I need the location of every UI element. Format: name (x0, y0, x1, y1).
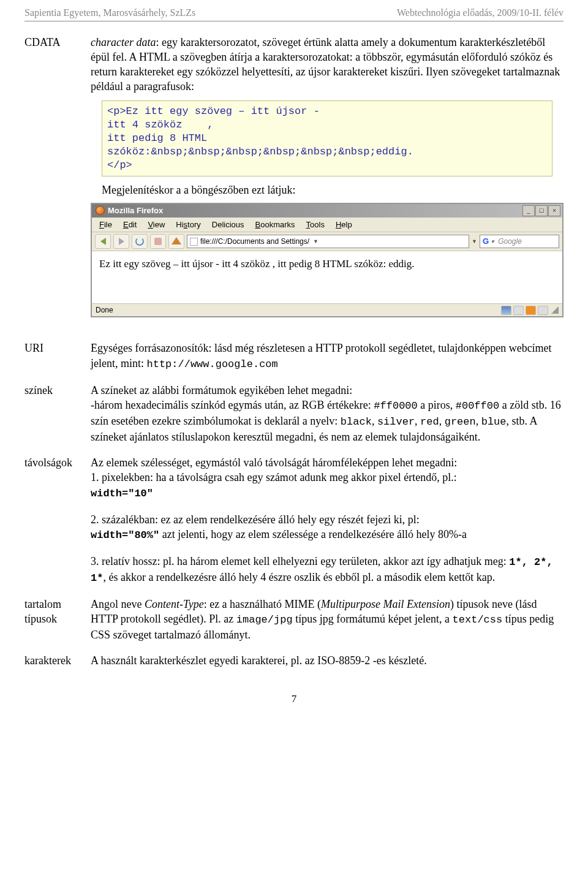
url-text: file:///C:/Documents and Settings/ (200, 237, 309, 246)
body-tavolsagok: Az elemek szélességet, egymástól való tá… (91, 455, 564, 586)
body-uri: Egységes forrásazonosítók: lásd még rész… (91, 341, 564, 371)
code-sample: <p>Ez itt egy szöveg – itt újsor - itt 4… (102, 100, 552, 176)
firefox-window: Mozilla Firefox _ □ × File Edit View His… (91, 203, 564, 318)
minimize-button[interactable]: _ (522, 205, 535, 216)
tart-i2: Multipurpose Mail Extension (321, 598, 450, 610)
menu-delicious[interactable]: Delicious (207, 219, 249, 231)
search-placeholder: Google (498, 237, 522, 246)
szinek-c5: red (420, 416, 439, 428)
szinek-c1: #ff0000 (374, 400, 417, 412)
szinek-c7: blue (481, 416, 507, 428)
term-cdata: CDATA (24, 35, 91, 324)
tav-li2a: 2. százalékban: ez az elem rendelkezésér… (91, 513, 420, 526)
term-szinek: színek (24, 383, 91, 444)
maximize-button[interactable]: □ (535, 205, 548, 216)
header-left: Sapientia Egyetem, Marosvásárhely, SzLZs (24, 6, 195, 20)
menu-file[interactable]: File (94, 219, 117, 231)
page-icon (190, 238, 198, 246)
body-szinek: A színeket az alábbi formátumok egyikébe… (91, 383, 564, 444)
feed-icon[interactable] (526, 306, 536, 315)
page-content: Ez itt egy szöveg – itt újsor - itt 4 sz… (92, 251, 562, 304)
url-bar[interactable]: file:///C:/Documents and Settings/ ▼ (187, 235, 469, 248)
tart-a: Angol neve (91, 598, 145, 610)
tav-p1: Az elemek szélességet, egymástól való tá… (91, 456, 457, 469)
url-dropdown-icon[interactable]: ▼ (313, 238, 318, 245)
toolbar: file:///C:/Documents and Settings/ ▼ ▼ G… (92, 232, 562, 251)
statusbar: Done (92, 304, 562, 316)
rendered-text: Ez itt egy szöveg – itt újsor - itt 4 sz… (99, 258, 414, 270)
header-right: Webtechnológia előadás, 2009/10-II. félé… (397, 6, 564, 20)
back-button[interactable] (95, 234, 111, 249)
status-icon-2[interactable] (513, 306, 524, 315)
url-go-icon[interactable]: ▼ (472, 238, 477, 245)
szinek-c2: #00ff00 (456, 400, 499, 412)
tart-b: : ez a használható MIME ( (204, 598, 321, 610)
menu-history[interactable]: History (171, 219, 205, 231)
close-button[interactable]: × (548, 205, 560, 216)
tav-li1c: width="10" (91, 488, 153, 499)
stop-button[interactable] (150, 234, 166, 249)
firefox-icon (96, 206, 105, 215)
reload-icon (135, 237, 144, 246)
tart-c1: image/jpg (236, 614, 293, 626)
definition-table: CDATA character data: egy karaktersoroza… (24, 35, 564, 668)
szinek-c3: black (341, 416, 372, 428)
tart-d: típus jpg formátumú képet jelent, a (293, 613, 453, 625)
menu-help[interactable]: Help (331, 219, 357, 231)
tav-li2c: width="80%" (91, 529, 159, 541)
szinek-c6: green (445, 416, 476, 428)
page-header: Sapientia Egyetem, Marosvásárhely, SzLZs… (24, 6, 564, 21)
term-karakterek: karakterek (24, 653, 91, 668)
titlebar: Mozilla Firefox _ □ × (92, 204, 562, 218)
stop-icon (154, 238, 162, 245)
term-uri: URI (24, 341, 91, 371)
body-cdata: character data: egy karaktersorozatot, s… (91, 35, 564, 324)
szinek-c4: silver (377, 416, 415, 428)
tart-i1: Content-Type (145, 598, 204, 610)
szinek-line2b: a piros, (418, 399, 456, 411)
search-box[interactable]: G▾ Google (480, 235, 559, 248)
home-icon (172, 237, 181, 244)
menu-tools[interactable]: Tools (301, 219, 330, 231)
cdata-italic: character data (91, 36, 156, 48)
term-tavolsagok: távolságok (24, 455, 91, 586)
tav-li2b: azt jelenti, hogy az elem szélessége a r… (159, 528, 467, 540)
menu-bookmarks[interactable]: Bookmarks (251, 219, 300, 231)
term-tartalom: tartalom típusok (24, 597, 91, 643)
kar-text: A használt karakterkészlet egyedi karakt… (91, 654, 427, 667)
google-icon: G (483, 236, 489, 247)
home-button[interactable] (168, 234, 184, 249)
resize-grip[interactable] (551, 306, 559, 314)
arrow-left-icon (100, 238, 106, 245)
window-title: Mozilla Firefox (108, 205, 163, 216)
status-icon-4[interactable] (538, 306, 548, 315)
szinek-line1: A színeket az alábbi formátumok egyikébe… (91, 384, 352, 396)
forward-button[interactable] (113, 234, 129, 249)
body-karakterek: A használt karakterkészlet egyedi karakt… (91, 653, 564, 668)
cdata-subtext: Megjelenítéskor a a böngészőben ezt látj… (102, 183, 564, 197)
status-text: Done (96, 305, 113, 315)
cdata-para: character data: egy karaktersorozatot, s… (91, 36, 560, 93)
body-tartalom: Angol neve Content-Type: ez a használhat… (91, 597, 564, 643)
uri-code: http://www.google.com (147, 358, 278, 370)
menu-view[interactable]: View (143, 219, 170, 231)
tav-li1: 1. pixelekben: ha a távolságra csah egy … (91, 471, 457, 483)
menubar: File Edit View History Delicious Bookmar… (92, 218, 562, 233)
menu-edit[interactable]: Edit (118, 219, 141, 231)
szinek-line2a: -három hexadecimális színkód egymás után… (91, 399, 374, 411)
arrow-right-icon (119, 238, 124, 245)
cdata-text: : egy karaktersorozatot, szöveget értünk… (91, 36, 560, 93)
search-engine-dropdown-icon[interactable]: ▾ (491, 238, 494, 245)
proxy-icon[interactable] (501, 306, 511, 315)
tav-li3a: 3. relatív hossz: pl. ha három elemet ke… (91, 555, 509, 567)
page-number: 7 (24, 692, 564, 706)
reload-button[interactable] (132, 234, 148, 249)
tav-li3b: , és akkor a rendelkezésre álló hely 4 é… (103, 571, 495, 583)
tart-c2: text/css (453, 614, 503, 626)
